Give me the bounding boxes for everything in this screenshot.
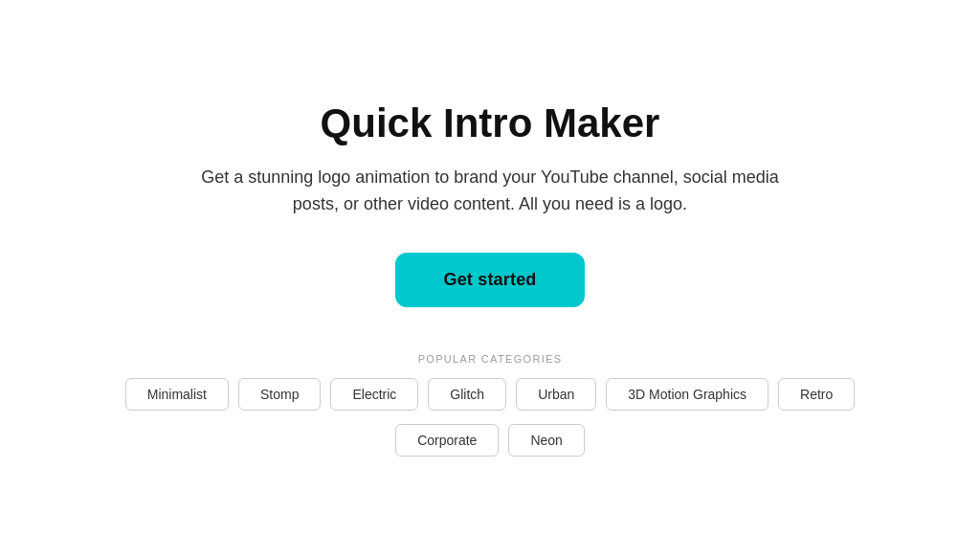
category-tag[interactable]: Glitch xyxy=(428,378,506,411)
category-tag[interactable]: Neon xyxy=(508,424,584,457)
category-tag[interactable]: Electric xyxy=(330,378,418,411)
categories-row-1: MinimalistStompElectricGlitchUrban3D Mot… xyxy=(125,378,856,411)
categories-section: POPULAR CATEGORIES MinimalistStompElectr… xyxy=(19,353,961,457)
get-started-button[interactable]: Get started xyxy=(395,253,584,307)
category-tag[interactable]: Retro xyxy=(778,378,855,411)
category-tag[interactable]: 3D Motion Graphics xyxy=(606,378,768,411)
category-tag[interactable]: Urban xyxy=(516,378,596,411)
category-tag[interactable]: Stomp xyxy=(238,378,321,411)
category-tag[interactable]: Minimalist xyxy=(125,378,229,411)
categories-label: POPULAR CATEGORIES xyxy=(418,353,563,365)
page-subtitle: Get a stunning logo animation to brand y… xyxy=(193,165,787,218)
page-title: Quick Intro Maker xyxy=(321,100,660,146)
categories-row-2: CorporateNeon xyxy=(395,424,585,457)
main-container: Quick Intro Maker Get a stunning logo an… xyxy=(0,81,980,475)
category-tag[interactable]: Corporate xyxy=(395,424,499,457)
